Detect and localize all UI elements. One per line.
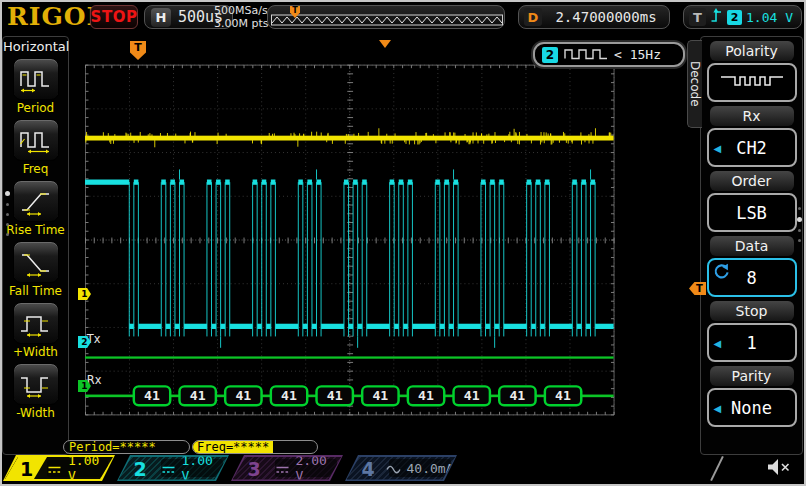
left-arrow-icon: ◀ (714, 337, 722, 348)
menu-value-text: CH2 (736, 138, 767, 158)
channel-scale-value: 1.00 V (182, 453, 223, 483)
channel-3-tab[interactable]: 3 2.00 V (231, 455, 343, 481)
sound-muted-icon[interactable] (766, 458, 792, 480)
menu-item-label: Period (17, 101, 54, 115)
menu-label-rx: Rx (710, 106, 794, 126)
delay-icon: D (524, 8, 542, 26)
measure-freq-value: Freq=***** (193, 441, 273, 453)
svg-text:41: 41 (418, 388, 434, 403)
fall-time-icon[interactable] (13, 241, 59, 283)
menu-label-order: Order (710, 171, 794, 191)
square-wave-icon (564, 45, 608, 64)
menu-group-rx: Rx ◀ CH2 (706, 106, 798, 167)
menu-item-fall-time[interactable]: Fall Time (3, 241, 68, 298)
channel-scale-value: 40.0mA (407, 461, 454, 476)
svg-text:41: 41 (190, 388, 206, 403)
measure-period-tab[interactable]: Period=***** (63, 440, 190, 454)
decode-byte-box: 41 (499, 386, 535, 405)
period-icon[interactable] (13, 58, 59, 100)
run-stop-status[interactable]: STOP (90, 5, 138, 29)
waveform-preview-bar[interactable]: T (267, 5, 505, 29)
menu-item-label: -Width (16, 406, 55, 420)
strip-divider (710, 456, 724, 481)
menu-item--width[interactable]: -Width (3, 363, 68, 420)
svg-text:41: 41 (144, 388, 160, 403)
decode-menu-tab[interactable]: Decode (687, 40, 702, 128)
left-arrow-icon: ◀ (714, 142, 722, 153)
menu-value-data[interactable]: 8 (707, 258, 797, 297)
menu-group-data: Data 8 (706, 236, 798, 297)
svg-text:41: 41 (235, 388, 251, 403)
dc-coupling-icon (161, 459, 176, 478)
svg-text:41: 41 (509, 388, 525, 403)
decode-byte-box: 41 (454, 386, 490, 405)
waveform-display: 41414141414141414141TxRx (85, 40, 689, 440)
channel-number: 1 (20, 458, 33, 481)
menu-item-label: +Width (13, 345, 58, 359)
measure-menu-panel: Horizontal Period Freq Rise Time Fall Ti… (2, 36, 69, 455)
menu-item--width[interactable]: +Width (3, 302, 68, 359)
polarity-negative-icon (717, 70, 787, 96)
freq-icon[interactable] (13, 119, 59, 161)
decode-byte-box: 41 (362, 386, 398, 405)
svg-text:41: 41 (372, 388, 388, 403)
channel-scale-value: 1.00 V (68, 453, 108, 483)
channel-number: 4 (362, 458, 375, 481)
trigger-icon: T (689, 8, 706, 26)
svg-text:41: 41 (281, 388, 297, 403)
trigger-level-marker[interactable]: T (689, 282, 706, 295)
channel-1-tab[interactable]: 1 1.00 V (3, 455, 115, 481)
menu-label-data: Data (710, 236, 794, 256)
left-arrow-icon: ◀ (714, 402, 722, 413)
menu-value-rx[interactable]: ◀ CH2 (707, 128, 797, 167)
menu-value-polarity[interactable] (707, 63, 797, 102)
menu-value-text: None (731, 398, 772, 418)
decode-byte-box: 41 (317, 386, 353, 405)
dc-coupling-icon (47, 459, 62, 478)
neg-width-icon[interactable] (13, 363, 59, 405)
decode-byte-box: 41 (225, 386, 261, 405)
rise-time-icon[interactable] (13, 180, 59, 222)
channel-scale-pill: 1.00 V (47, 460, 108, 477)
right-menu-page-dots (796, 200, 803, 242)
menu-group-parity: Parity ◀ None (706, 366, 798, 427)
channel-scale-pill: 2.00 V (275, 459, 337, 477)
dc-coupling-icon (275, 459, 290, 478)
decode-byte-box: 41 (180, 386, 216, 405)
svg-text:41: 41 (555, 388, 571, 403)
channel-scale-pill: 40.0mA (389, 459, 451, 477)
channel-tab-body: 4 40.0mA (347, 457, 456, 480)
channel-number: 2 (134, 458, 147, 481)
decode-byte-box: 41 (271, 386, 307, 405)
menu-item-period[interactable]: Period (3, 58, 68, 115)
channel-2-tab[interactable]: 2 1.00 V (117, 455, 229, 481)
menu-item-label: Fall Time (9, 284, 62, 298)
menu-value-text: 1 (746, 333, 756, 353)
decode-byte-box: 41 (134, 386, 170, 405)
svg-text:41: 41 (327, 388, 343, 403)
sample-rate: 500MSa/s (214, 4, 269, 17)
menu-value-parity[interactable]: ◀ None (707, 388, 797, 427)
decode-byte-box: 41 (408, 386, 444, 405)
trigger-level-value: 1.04 V (746, 10, 793, 25)
channel-tab-body: 2 1.00 V (119, 457, 228, 480)
ac-coupling-icon (386, 459, 401, 478)
menu-item-label: Rise Time (6, 223, 65, 237)
channel-scale-value: 2.00 V (296, 453, 337, 483)
menu-item-freq[interactable]: Freq (3, 119, 68, 176)
channel-tab-body: 1 1.00 V (5, 457, 113, 479)
horizontal-center-marker (379, 40, 391, 48)
counter-source-channel: 2 (542, 47, 558, 63)
menu-value-stop[interactable]: ◀ 1 (707, 323, 797, 362)
measure-freq-tab[interactable]: Freq=***** (192, 440, 318, 454)
menu-label-parity: Parity (710, 366, 794, 386)
oscilloscope-screen: RIGOL STOP H 500us 500MSa/s 3.00M pts T … (0, 0, 806, 486)
memory-depth: 3.00M pts (214, 17, 269, 30)
knob-select-icon (713, 263, 730, 284)
menu-item-rise-time[interactable]: Rise Time (3, 180, 68, 237)
channel-4-tab[interactable]: 4 40.0mA (345, 455, 457, 481)
preview-waveform-icon (270, 12, 504, 27)
pos-width-icon[interactable] (13, 302, 59, 344)
delay-readout: D 2.47000000ms (518, 5, 670, 29)
menu-value-order[interactable]: LSB (707, 193, 797, 232)
